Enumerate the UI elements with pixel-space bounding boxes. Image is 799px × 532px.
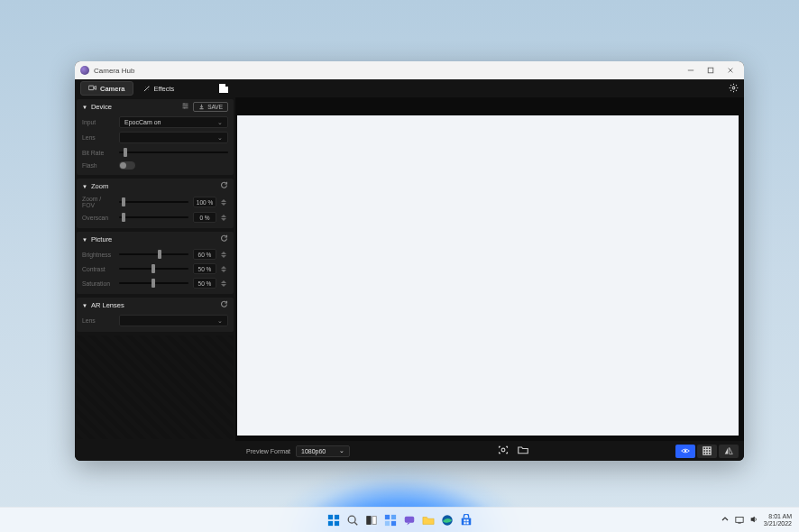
section-device: ▼ Device SAVE Input E	[77, 99, 234, 175]
svg-point-27	[348, 516, 355, 523]
svg-rect-4	[88, 86, 94, 90]
start-button[interactable]	[326, 512, 341, 527]
save-button-label: SAVE	[207, 104, 223, 110]
preview-format-dropdown[interactable]: 1080p60 ⌄	[296, 445, 350, 457]
svg-rect-23	[327, 514, 332, 518]
svg-point-8	[148, 88, 149, 89]
window-title: Camera Hub	[94, 67, 686, 75]
overscan-value[interactable]: 0 %	[193, 212, 216, 223]
search-button[interactable]	[344, 512, 360, 527]
preview-canvas	[237, 115, 739, 436]
camera-hub-window: Camera Hub Camera Effects	[75, 61, 744, 461]
svg-rect-38	[464, 519, 465, 521]
saturation-stepper[interactable]	[221, 278, 228, 289]
tab-camera[interactable]: Camera	[80, 81, 133, 96]
brightness-value[interactable]: 60 %	[193, 249, 216, 260]
edge-button[interactable]	[439, 512, 455, 527]
brightness-label: Brightness	[82, 252, 115, 258]
app-icon	[80, 66, 89, 75]
taskbar-time: 8:01 AM	[768, 513, 792, 520]
svg-rect-33	[384, 520, 389, 525]
snapshot-button[interactable]	[498, 443, 509, 459]
brightness-stepper[interactable]	[221, 249, 228, 260]
grid-overlay-button[interactable]	[697, 445, 717, 458]
reset-icon[interactable]	[220, 234, 228, 244]
section-zoom-title: Zoom	[91, 182, 220, 190]
ar-lens-label: Lens	[82, 317, 115, 324]
contrast-label: Contrast	[82, 266, 115, 272]
taskbar-date: 3/21/2022	[764, 520, 792, 527]
flash-toggle[interactable]	[119, 161, 135, 170]
bitrate-slider[interactable]	[119, 147, 228, 158]
volume-icon[interactable]	[749, 515, 758, 525]
svg-rect-32	[390, 514, 395, 518]
saturation-value[interactable]: 50 %	[193, 278, 216, 289]
system-tray[interactable]: 8:01 AM 3/21/2022	[721, 513, 792, 527]
svg-point-9	[732, 87, 735, 89]
section-picture: ▼ Picture Brightness 60 %	[77, 232, 234, 294]
svg-rect-30	[372, 516, 375, 524]
sliders-icon[interactable]	[181, 102, 189, 112]
reset-icon[interactable]	[220, 181, 228, 191]
svg-rect-35	[404, 516, 414, 522]
chevron-down-icon: ⌄	[217, 134, 223, 142]
preview-visibility-button[interactable]	[675, 445, 695, 458]
sidebar-filler	[77, 335, 234, 439]
file-explorer-button[interactable]	[420, 512, 436, 527]
chevron-down-icon[interactable]: ▼	[82, 303, 87, 308]
zoom-fov-value[interactable]: 100 %	[193, 197, 216, 207]
saturation-slider[interactable]	[119, 278, 188, 289]
section-ar-lenses: ▼ AR Lenses Lens ⌄	[77, 298, 234, 332]
zoom-fov-slider[interactable]	[119, 197, 188, 207]
svg-point-13	[183, 104, 185, 105]
widgets-button[interactable]	[382, 512, 398, 527]
store-button[interactable]	[458, 512, 473, 527]
chevron-down-icon[interactable]: ▼	[82, 184, 87, 189]
wand-icon	[142, 85, 151, 93]
svg-point-7	[144, 87, 145, 87]
svg-rect-41	[466, 522, 468, 524]
task-view-button[interactable]	[363, 512, 379, 527]
section-picture-title: Picture	[91, 235, 220, 243]
chat-button[interactable]	[401, 512, 417, 527]
brightness-slider[interactable]	[119, 249, 188, 260]
maximize-button[interactable]	[706, 66, 715, 75]
lens-dropdown[interactable]: ⌄	[119, 132, 228, 143]
note-icon[interactable]	[219, 84, 228, 93]
tab-effects[interactable]: Effects	[135, 81, 182, 96]
input-dropdown[interactable]: EpocCam on ⌄	[119, 116, 228, 128]
section-device-title: Device	[91, 103, 181, 111]
contrast-stepper[interactable]	[221, 263, 228, 274]
network-icon[interactable]	[735, 515, 744, 525]
section-zoom: ▼ Zoom Zoom / FOV 100 %	[77, 179, 234, 228]
bitrate-label: Bit Rate	[82, 150, 115, 156]
svg-rect-24	[334, 514, 338, 518]
close-button[interactable]	[726, 66, 735, 75]
settings-sidebar: ▼ Device SAVE Input E	[75, 97, 235, 441]
overscan-stepper[interactable]	[221, 212, 228, 223]
svg-rect-37	[461, 518, 471, 525]
taskbar-clock[interactable]: 8:01 AM 3/21/2022	[764, 513, 792, 527]
overscan-slider[interactable]	[119, 212, 188, 223]
folder-button[interactable]	[518, 443, 528, 459]
svg-rect-39	[466, 519, 468, 521]
chevron-down-icon[interactable]: ▼	[82, 237, 87, 243]
reset-icon[interactable]	[220, 300, 228, 310]
input-dropdown-value: EpocCam on	[124, 119, 161, 125]
contrast-slider[interactable]	[119, 263, 188, 274]
svg-point-14	[186, 105, 188, 107]
contrast-value[interactable]: 50 %	[193, 263, 216, 274]
chevron-down-icon[interactable]: ▼	[82, 105, 87, 110]
svg-rect-26	[334, 520, 338, 525]
svg-rect-25	[327, 520, 332, 525]
titlebar: Camera Hub	[75, 61, 744, 79]
tray-chevron-icon[interactable]	[721, 515, 730, 525]
minimize-button[interactable]	[686, 66, 695, 75]
settings-button[interactable]	[729, 80, 739, 96]
save-button[interactable]: SAVE	[193, 102, 228, 112]
ar-lens-dropdown[interactable]: ⌄	[119, 315, 228, 326]
zoom-fov-stepper[interactable]	[221, 197, 228, 207]
main-toolbar: Camera Effects	[75, 79, 744, 97]
mirror-button[interactable]	[719, 445, 739, 458]
svg-point-17	[684, 450, 687, 453]
